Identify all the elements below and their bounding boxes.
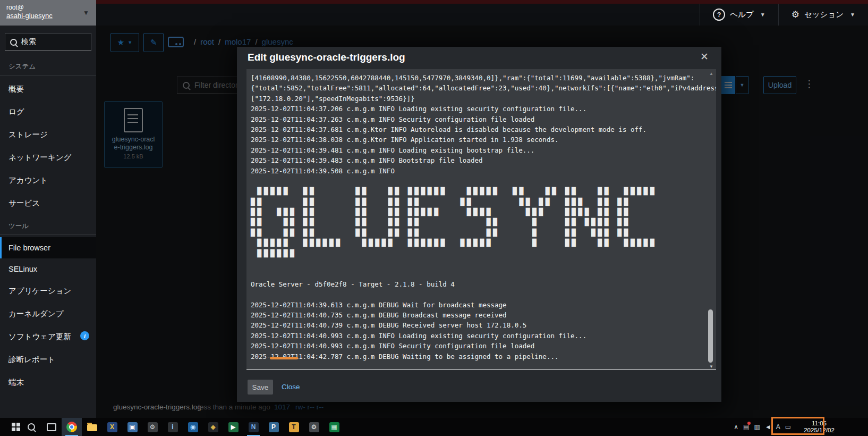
masthead: ? ヘルプ ▼ ⚙ セッション ▼ xyxy=(96,4,868,26)
scroll-up-icon[interactable]: ▲ xyxy=(709,71,713,76)
sidebar-item[interactable]: File browser xyxy=(0,237,96,258)
sidebar-item[interactable]: 端末 xyxy=(0,371,96,394)
log-line: ["172.18.0.20"],"speedInMegabits":9536}]… xyxy=(251,94,712,104)
sidebar-item-label: カーネルダンプ xyxy=(8,309,64,318)
log-head: [41608990,84380,15622550,6042788440,1451… xyxy=(251,73,712,186)
save-button[interactable]: Save xyxy=(248,380,273,395)
close-link[interactable]: Close xyxy=(282,383,300,391)
sidebar: root@ asahi-gluesync ▼ 検索 システム 概要 ログ ストレ… xyxy=(0,0,96,418)
sidebar-item-label: File browser xyxy=(8,244,50,252)
modal-title: Edit gluesync-oracle-triggers.log xyxy=(248,52,405,63)
log-banner-line: ██ ██ ██ ██ ██ ██ ██ ██ ███ ██ ██ xyxy=(251,197,712,207)
log-line: [41608990,84380,15622550,6042788440,1451… xyxy=(251,73,712,83)
help-label: ヘルプ xyxy=(730,10,754,20)
sidebar-item[interactable]: アカウント xyxy=(0,169,96,192)
taskbar-app-icon[interactable]: i xyxy=(163,418,183,436)
log-line: 2025-12-02T11:04:37.681 c.m.g.Ktor INFO … xyxy=(251,124,712,135)
taskbar-app-icon[interactable]: ⚙ xyxy=(304,418,324,436)
log-line xyxy=(251,289,712,299)
sidebar-item-label: 概要 xyxy=(8,85,24,93)
help-menu[interactable]: ? ヘルプ ▼ xyxy=(700,4,778,26)
gear-icon: ⚙ xyxy=(792,9,799,20)
sidebar-item[interactable]: ログ xyxy=(0,100,96,123)
taskbar-app-icon[interactable]: ▶ xyxy=(223,418,243,436)
taskbar-app-icon[interactable]: ◆ xyxy=(203,418,223,436)
taskbar-app-icon[interactable]: P xyxy=(263,418,284,436)
taskbar-app-icon[interactable] xyxy=(41,418,62,436)
sidebar-item[interactable]: 診断レポート xyxy=(0,348,96,371)
taskbar-apps: X ▣ ⚙ i ◉ ◆ ▶ N P T xyxy=(0,418,344,436)
tray-icon[interactable]: ▥ xyxy=(754,423,760,431)
sidebar-item-label: 診断レポート xyxy=(8,355,55,364)
sidebar-item[interactable]: サービス xyxy=(0,192,96,215)
sidebar-item[interactable]: ソフトウェア更新 i xyxy=(0,325,96,348)
log-line: 2025-12-02T11:04:40.993 c.m.g.m INFO Sec… xyxy=(251,341,712,351)
sidebar-item[interactable]: ネットワーキング xyxy=(0,146,96,169)
system-tray: ∧▤▥◄A▭ 11:05 2025/12/02 xyxy=(734,420,868,434)
nav-section-tools: ツール xyxy=(0,215,96,235)
taskbar-app-icon[interactable]: ▣ xyxy=(122,418,142,436)
sidebar-search-input[interactable]: 検索 xyxy=(5,33,91,51)
log-banner-line: █████ ██████ █████ ██████ █████ █ ██ ██ … xyxy=(251,238,712,248)
screen: ? ヘルプ ▼ ⚙ セッション ▼ root@ asahi-gluesync ▼… xyxy=(0,0,868,436)
sidebar-item[interactable]: 概要 xyxy=(0,78,96,100)
log-line: 2025-12-02T11:04:40.993 c.m.g.m INFO Loa… xyxy=(251,331,712,341)
taskbar-app-icon[interactable] xyxy=(62,418,82,436)
log-line: 2025-12-02T11:04:39.483 c.m.g.m INFO Boo… xyxy=(251,155,712,165)
tray-icon[interactable]: ∧ xyxy=(734,423,738,431)
taskbar-app-icon[interactable]: ▦ xyxy=(324,418,344,436)
taskbar-app-icon[interactable] xyxy=(21,418,41,436)
log-editor[interactable]: [41608990,84380,15622550,6042788440,1451… xyxy=(246,69,716,370)
scrollbar-thumb[interactable] xyxy=(708,309,713,363)
nav-tools: File browser SELinux アプリケーション カーネルダンプ ソフ… xyxy=(0,235,96,394)
annotation-underline xyxy=(270,357,298,359)
nav-system: 概要 ログ ストレージ ネットワーキング アカウント サービス xyxy=(0,76,96,215)
tray-icon[interactable]: A xyxy=(776,423,780,431)
log-banner-line: ██ ██ ██ ██ ██ ██ ██ █ ██ ███ ██ xyxy=(251,228,712,238)
sidebar-item[interactable]: カーネルダンプ xyxy=(0,303,96,325)
sidebar-item[interactable]: ストレージ xyxy=(0,123,96,146)
help-icon: ? xyxy=(713,9,725,21)
sidebar-item-label: ストレージ xyxy=(8,130,48,139)
nav-section-system: システム xyxy=(0,55,96,76)
taskbar-app-icon[interactable]: ◉ xyxy=(183,418,203,436)
log-line xyxy=(251,258,712,269)
sidebar-item-label: 端末 xyxy=(8,378,24,387)
log-banner-line: ██ ███ ██ ██ ██ █████ ████ ███ ████ ██ █… xyxy=(251,207,712,217)
taskbar-clock[interactable]: 11:05 2025/12/02 xyxy=(796,420,843,434)
log-line: 2025-12-02T11:04:40.735 c.m.g.m DEBUG Br… xyxy=(251,310,712,320)
windows-taskbar: X ▣ ⚙ i ◉ ◆ ▶ N P T xyxy=(0,418,868,436)
tray-icon[interactable]: ▤ xyxy=(743,423,749,431)
taskbar-app-icon[interactable]: N xyxy=(243,418,263,436)
chevron-down-icon: ▼ xyxy=(83,9,89,16)
user-host-link[interactable]: asahi-gluesync xyxy=(6,12,90,20)
log-line: 2025-12-02T11:04:39.508 c.m.g.m INFO xyxy=(251,166,712,176)
top-strip xyxy=(96,0,868,4)
tray-icon[interactable]: ▭ xyxy=(785,423,791,431)
clock-time: 11:05 xyxy=(796,420,843,427)
log-line: 2025-12-02T11:04:37.263 c.m.g.m INFO Sec… xyxy=(251,114,712,124)
sidebar-item-label: サービス xyxy=(8,199,40,207)
tray-icons: ∧▤▥◄A▭ xyxy=(734,423,791,431)
close-icon[interactable]: ✕ xyxy=(700,51,709,63)
sidebar-item-label: アカウント xyxy=(8,176,48,185)
info-badge: i xyxy=(80,331,89,340)
sidebar-item[interactable]: SELinux xyxy=(0,258,96,280)
taskbar-app-icon[interactable] xyxy=(82,418,102,436)
session-menu[interactable]: ⚙ セッション ▼ xyxy=(778,4,868,26)
taskbar-app-icon[interactable]: ⚙ xyxy=(142,418,163,436)
sidebar-item[interactable]: アプリケーション xyxy=(0,280,96,303)
user-menu[interactable]: root@ asahi-gluesync ▼ xyxy=(0,0,96,26)
search-icon xyxy=(10,39,17,46)
log-line: Oracle Server - d5f0e2f8 - Target - 2.1.… xyxy=(251,279,712,289)
scroll-down-icon[interactable]: ▼ xyxy=(709,364,713,369)
taskbar-app-icon[interactable]: T xyxy=(284,418,304,436)
search-placeholder: 検索 xyxy=(21,37,36,47)
tray-icon[interactable]: ◄ xyxy=(765,423,771,431)
clock-date: 2025/12/02 xyxy=(796,427,843,434)
taskbar-app-icon[interactable]: X xyxy=(102,418,122,436)
log-line: 2025-12-02T11:04:40.739 c.m.g.m DEBUG Re… xyxy=(251,320,712,330)
log-tail: Oracle Server - d5f0e2f8 - Target - 2.1.… xyxy=(251,258,712,362)
log-line xyxy=(251,176,712,186)
taskbar-app-icon[interactable] xyxy=(1,418,21,436)
